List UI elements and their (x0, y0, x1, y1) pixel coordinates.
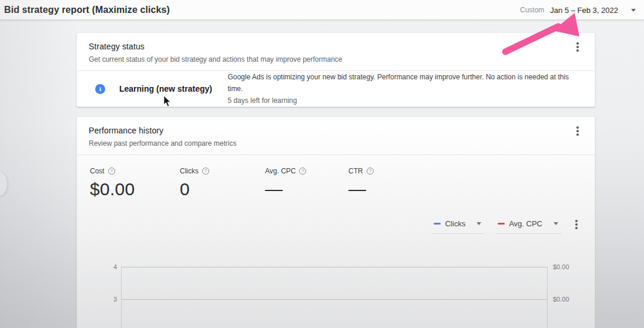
metric-avg-cpc: Avg. CPC ? — (265, 167, 348, 199)
status-row: i Learning (new strategy) Google Ads is … (77, 71, 595, 106)
metric-label: CTR (348, 167, 363, 175)
top-bar: Bid strategy report (Maximize clicks) Cu… (0, 0, 644, 20)
card-subtitle: Review past performance and compare metr… (89, 139, 583, 148)
card-title: Strategy status (89, 42, 583, 51)
metric-value: 0 (180, 179, 265, 199)
legend-label: Avg. CPC (509, 219, 542, 228)
right-axis-tick: $0.00 (553, 294, 582, 304)
info-icon: i (95, 84, 105, 94)
metric-label: Clicks (180, 167, 199, 175)
card-subtitle: Get current status of your bid strategy … (89, 55, 583, 63)
gridline (122, 267, 547, 267)
status-label: Learning (new strategy) (119, 84, 225, 93)
legend-clicks-dropdown[interactable]: Clicks (431, 218, 485, 234)
date-range-type: Custom (520, 6, 544, 14)
status-note: 5 days left for learning (227, 95, 583, 106)
metric-value: — (348, 179, 431, 199)
clicks-series-swatch (434, 223, 441, 225)
metric-label: Cost (90, 167, 105, 175)
chevron-down-icon[interactable] (631, 9, 636, 12)
left-axis-tick: 4 (99, 262, 117, 272)
date-range-value: Jan 5 – Feb 3, 2022 (550, 6, 618, 15)
page-title: Bid strategy report (Maximize clicks) (0, 5, 170, 15)
metric-value: — (265, 179, 348, 199)
edge-notch (0, 172, 7, 196)
status-description: Google Ads is optimizing your new bid st… (225, 71, 583, 106)
chart-legend: Clicks Avg. CPC (431, 218, 581, 234)
legend-avg-cpc-dropdown[interactable]: Avg. CPC (495, 218, 562, 234)
right-axis-tick: $0.00 (553, 262, 582, 272)
help-icon[interactable]: ? (108, 168, 115, 175)
chevron-down-icon[interactable] (554, 222, 558, 225)
help-icon[interactable]: ? (299, 168, 306, 175)
performance-header: Performance history Review past performa… (77, 117, 595, 155)
status-description-line: Google Ads is optimizing your new bid st… (227, 71, 583, 95)
strategy-status-card: Strategy status Get current status of yo… (76, 32, 595, 107)
metric-cost: Cost ? $0.00 (90, 167, 180, 199)
metric-clicks: Clicks ? 0 (180, 167, 265, 199)
chart-plot-area (121, 267, 548, 328)
strategy-status-header: Strategy status Get current status of yo… (77, 33, 595, 71)
kebab-menu-icon[interactable] (573, 126, 582, 136)
metric-ctr: CTR ? — (348, 167, 431, 199)
gridline (122, 299, 547, 300)
help-icon[interactable]: ? (202, 168, 209, 175)
date-range-selector[interactable]: Custom Jan 5 – Feb 3, 2022 (520, 0, 639, 20)
chevron-down-icon[interactable] (477, 222, 481, 225)
avg-cpc-series-swatch (498, 223, 505, 225)
card-title: Performance history (89, 126, 583, 135)
kebab-menu-icon[interactable] (573, 42, 582, 52)
metrics-row: Cost ? $0.00 Clicks ? 0 Avg. CPC ? — CTR… (77, 155, 595, 199)
performance-history-card: Performance history Review past performa… (76, 116, 595, 328)
metric-label: Avg. CPC (265, 167, 296, 175)
left-axis-tick: 3 (99, 294, 117, 304)
legend-label: Clicks (445, 219, 465, 228)
kebab-menu-icon[interactable] (572, 219, 581, 230)
metric-value: $0.00 (90, 179, 180, 199)
help-icon[interactable]: ? (367, 168, 374, 175)
